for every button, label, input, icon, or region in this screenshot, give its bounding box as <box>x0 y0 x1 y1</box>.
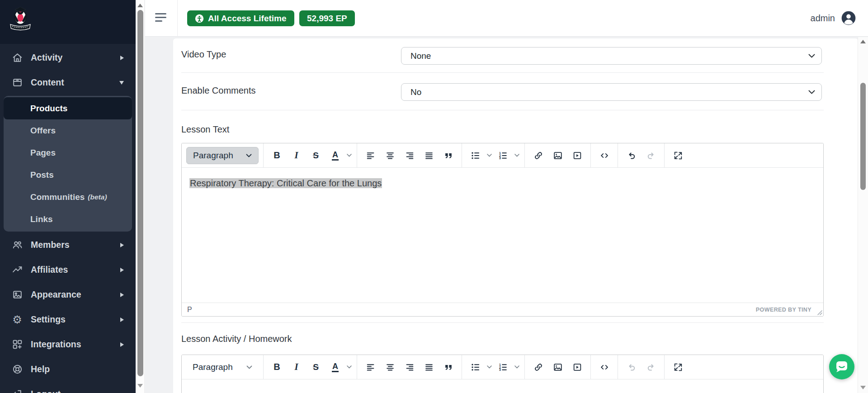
link-button[interactable] <box>529 147 547 164</box>
ep-points-badge[interactable]: 52,993 EP <box>299 10 355 26</box>
life-buoy-icon <box>11 364 23 375</box>
sidebar-item-label: Affiliates <box>31 265 68 275</box>
user-menu[interactable]: admin <box>811 0 856 36</box>
username-label: admin <box>811 13 835 24</box>
video-type-label: Video Type <box>181 49 226 60</box>
insert-image-button[interactable] <box>549 147 566 164</box>
text-color-button[interactable]: A <box>326 147 344 164</box>
sidebar-item-members[interactable]: Members <box>0 232 136 257</box>
bullet-list-button[interactable] <box>467 147 484 164</box>
insert-media-button[interactable] <box>568 359 586 376</box>
logout-icon <box>11 388 23 393</box>
sidebar-item-label: Help <box>31 364 50 374</box>
align-center-button[interactable] <box>381 359 399 376</box>
sidebar-item-posts[interactable]: Posts <box>4 164 132 186</box>
sidebar-scrollbar-thumb[interactable] <box>137 10 143 376</box>
italic-button[interactable]: I <box>288 359 305 376</box>
blockquote-button[interactable] <box>439 147 457 164</box>
video-type-select[interactable]: None <box>401 47 822 65</box>
align-right-button[interactable] <box>401 147 418 164</box>
undo-button[interactable] <box>623 147 640 164</box>
align-right-button[interactable] <box>401 359 418 376</box>
insert-media-button[interactable] <box>568 147 586 164</box>
enable-comments-select[interactable]: No <box>401 83 822 101</box>
sidebar-item-pages[interactable]: Pages <box>4 142 132 164</box>
sidebar-item-communities[interactable]: Communities (beta) <box>4 186 132 208</box>
main-scrollbar-thumb[interactable] <box>860 83 866 190</box>
sidebar-item-offers[interactable]: Offers <box>4 119 132 142</box>
home-icon <box>11 52 23 64</box>
scroll-up-arrow-icon[interactable] <box>137 4 143 7</box>
align-center-button[interactable] <box>381 147 399 164</box>
insert-image-button[interactable] <box>549 359 566 376</box>
numbered-list-dropdown-icon[interactable] <box>514 154 520 157</box>
fullscreen-button[interactable] <box>669 147 687 164</box>
element-path[interactable]: P <box>187 306 192 314</box>
chevron-right-icon <box>120 243 124 247</box>
italic-button[interactable]: I <box>288 147 305 164</box>
blockquote-button[interactable] <box>439 359 457 376</box>
sidebar-item-products[interactable]: Products <box>4 97 132 119</box>
align-left-button[interactable] <box>362 359 379 376</box>
justify-button[interactable] <box>420 359 438 376</box>
redo-button[interactable] <box>642 147 660 164</box>
bold-button[interactable]: B <box>268 359 286 376</box>
source-code-button[interactable] <box>595 147 613 164</box>
sidebar-item-logout[interactable]: Logout <box>0 382 136 393</box>
strikethrough-button[interactable]: S <box>307 359 325 376</box>
editor-paragraph[interactable]: Respiratory Therapy: Critical Care for t… <box>189 175 382 191</box>
sidebar-item-label: Content <box>31 77 64 88</box>
sidebar-item-help[interactable]: Help <box>0 357 136 382</box>
chat-widget-button[interactable] <box>829 354 854 379</box>
school-logo[interactable] <box>9 5 32 32</box>
align-left-button[interactable] <box>362 147 379 164</box>
sidebar-item-activity[interactable]: Activity <box>0 45 136 70</box>
scroll-up-arrow-icon[interactable] <box>860 40 866 43</box>
bold-button[interactable]: B <box>268 147 286 164</box>
bullet-list-button[interactable] <box>467 359 484 376</box>
strikethrough-button[interactable]: S <box>307 147 325 164</box>
image-icon <box>11 289 23 301</box>
redo-button[interactable] <box>642 359 660 376</box>
lesson-text-content-area[interactable]: Respiratory Therapy: Critical Care for t… <box>182 168 823 303</box>
fullscreen-button[interactable] <box>669 359 687 376</box>
sidebar-item-settings[interactable]: ⚙ Settings <box>0 307 136 332</box>
badge-label: 52,993 EP <box>307 14 347 24</box>
accessibility-person-icon <box>195 14 204 23</box>
sidebar-scrollbar[interactable] <box>136 0 145 393</box>
editor-toolbar: Paragraph B I S A <box>182 355 823 379</box>
text-color-dropdown-icon[interactable] <box>346 365 352 369</box>
sidebar-item-affiliates[interactable]: Affiliates <box>0 257 136 282</box>
justify-button[interactable] <box>420 147 438 164</box>
source-code-button[interactable] <box>595 359 613 376</box>
link-button[interactable] <box>529 359 547 376</box>
sidebar-item-appearance[interactable]: Appearance <box>0 282 136 307</box>
undo-button[interactable] <box>623 359 640 376</box>
paragraph-format-dropdown[interactable]: Paragraph <box>186 147 259 164</box>
blocks-plus-icon <box>11 339 23 350</box>
chevron-right-icon <box>120 268 124 272</box>
resize-handle[interactable] <box>817 310 822 315</box>
all-access-badge[interactable]: All Access Lifetime <box>187 10 294 26</box>
lesson-activity-content-area[interactable] <box>182 379 823 393</box>
selected-text[interactable]: Respiratory Therapy: Critical Care for t… <box>189 178 382 188</box>
text-color-button[interactable]: A <box>326 359 344 376</box>
numbered-list-dropdown-icon[interactable] <box>514 365 520 369</box>
bullet-list-dropdown-icon[interactable] <box>486 154 492 157</box>
topbar-divider <box>177 0 178 36</box>
avatar-icon <box>841 11 856 25</box>
text-color-dropdown-icon[interactable] <box>346 154 352 157</box>
hamburger-menu-button[interactable] <box>155 13 167 23</box>
sidebar-item-links[interactable]: Links <box>4 208 132 230</box>
scroll-down-arrow-icon[interactable] <box>860 386 866 389</box>
numbered-list-button[interactable]: 123 <box>494 359 512 376</box>
sidebar-item-content[interactable]: Content <box>0 70 136 95</box>
main-scrollbar[interactable] <box>858 37 868 393</box>
numbered-list-button[interactable]: 123 <box>494 147 512 164</box>
paragraph-format-dropdown[interactable]: Paragraph <box>186 359 259 376</box>
scroll-down-arrow-icon[interactable] <box>137 384 143 388</box>
bullet-list-dropdown-icon[interactable] <box>486 365 492 369</box>
tiny-branding-link[interactable]: POWERED BY TINY <box>756 307 811 313</box>
gear-icon: ⚙ <box>11 314 23 326</box>
sidebar-item-integrations[interactable]: Integrations <box>0 332 136 357</box>
